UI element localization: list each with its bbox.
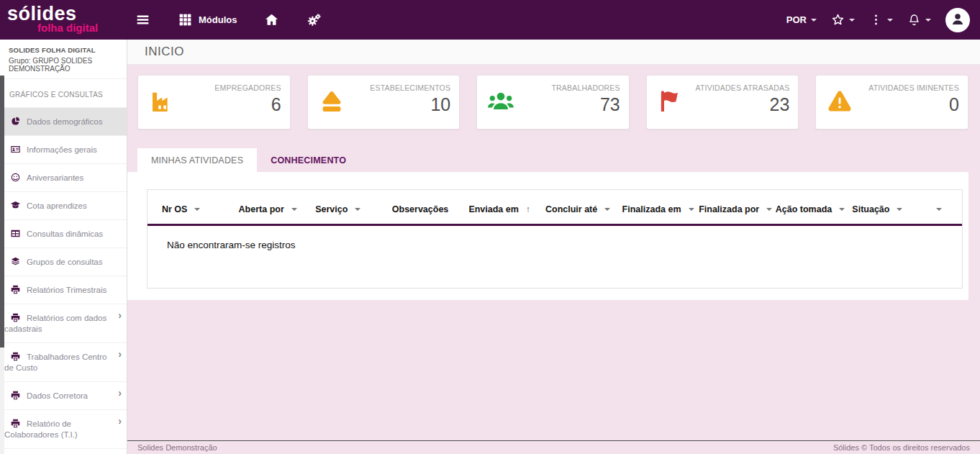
sidebar-scrollbar-thumb[interactable] (0, 76, 4, 348)
empty-table-message: Não encontraram-se registros (148, 226, 962, 281)
printer-icon (10, 351, 21, 362)
column-header[interactable]: Concluir até (545, 204, 622, 214)
language-selector[interactable]: POR (786, 14, 817, 25)
stat-card: EMPREGADORES 6 (137, 75, 291, 130)
sort-indicator-icon[interactable] (936, 208, 942, 211)
page-title: INICIO (145, 45, 184, 59)
stat-card: ATIVIDADES IMINENTES 0 (815, 75, 968, 130)
chevron-down-icon (887, 19, 893, 22)
printer-icon (10, 418, 21, 429)
star-icon (831, 13, 845, 27)
stat-card-value: 0 (853, 94, 959, 115)
modules-button[interactable]: Módulos (178, 12, 237, 27)
stat-cards-row: EMPREGADORES 6 ESTABELECIMENTOS 10 TRABA… (127, 65, 980, 139)
sort-indicator-icon[interactable] (897, 208, 902, 211)
column-header-label: Serviço (315, 204, 348, 214)
sidebar-item[interactable]: Cota aprendizes › (0, 192, 127, 220)
stat-card-label: EMPREGADORES (176, 83, 281, 92)
sidebar-item-label: Grupos de consultas (27, 258, 102, 266)
sidebar-item[interactable]: Consultas dinâmicas › (0, 220, 127, 248)
sidebar-item-label: Consultas dinâmicas (27, 230, 103, 238)
sort-indicator-icon[interactable] (689, 208, 694, 211)
sort-indicator-icon[interactable] (194, 208, 200, 211)
more-options-button[interactable] (869, 13, 893, 27)
favorites-button[interactable] (831, 13, 855, 27)
warning-icon (826, 88, 853, 115)
column-header[interactable]: Ação tomada (776, 204, 853, 214)
sort-indicator-icon[interactable] (355, 208, 360, 211)
column-header[interactable]: Situação (852, 204, 929, 214)
footer-company: Solides Demonstração (137, 443, 217, 452)
establishment-icon (318, 88, 345, 115)
column-header[interactable]: Aberta por (239, 204, 316, 214)
column-header[interactable]: Observações (392, 204, 469, 214)
column-header[interactable]: Nr OS (162, 204, 239, 214)
sidebar-item[interactable]: Trabalhadores Centro de Custo › (0, 343, 127, 382)
sidebar-app-title: SOLIDES FOLHA DIGITAL (9, 46, 121, 54)
stat-card: ESTABELECIMENTOS 10 (307, 75, 460, 130)
tab-minhas-atividades[interactable]: MINHAS ATIVIDADES (137, 148, 257, 172)
sidebar-item-label: Dados demográficos (27, 117, 102, 126)
main-content: INICIO EMPREGADORES 6 ESTABELECIMENTOS 1… (127, 40, 980, 454)
sidebar-item[interactable]: Grupos de consultas › (0, 248, 127, 276)
flag-icon (657, 88, 684, 115)
stat-card-value: 23 (684, 94, 790, 115)
column-header-label: Observações (392, 204, 449, 214)
printer-icon (10, 390, 21, 401)
chevron-right-icon: › (118, 416, 122, 427)
sidebar-item[interactable]: Relatórios Trimestrais › (0, 276, 127, 304)
person-icon (950, 11, 966, 29)
user-avatar[interactable] (945, 8, 970, 32)
chevron-right-icon: › (118, 388, 122, 399)
column-header[interactable]: Enviada em ↑ (468, 204, 545, 214)
chevron-down-icon (925, 19, 931, 22)
grid-icon (178, 12, 193, 27)
column-header-label: Nr OS (162, 204, 187, 214)
sidebar-item[interactable]: Dados demográficos › (0, 108, 127, 136)
sidebar-item-label: Cota aprendizes (27, 201, 87, 210)
column-header-label: Aberta por (239, 204, 284, 214)
column-header[interactable]: Finalizada por (699, 204, 776, 214)
column-header[interactable]: Serviço (315, 204, 392, 214)
column-header-label: Finalizada em (622, 204, 681, 214)
sidebar-item[interactable]: Relatórios com dados cadastrais › (0, 304, 127, 343)
printer-icon (10, 312, 21, 323)
gears-icon (307, 12, 322, 27)
sort-indicator-icon[interactable] (604, 208, 610, 211)
stat-card-value: 6 (176, 94, 281, 115)
stat-card-label: ATIVIDADES IMINENTES (853, 83, 959, 92)
language-label: POR (786, 14, 807, 25)
chevron-right-icon: › (118, 349, 122, 360)
sidebar-item[interactable]: Aniversariantes › (0, 164, 127, 192)
sidebar-item[interactable]: Dados Corretora › (0, 382, 127, 410)
footer: Solides Demonstração Sólides © Todos os … (127, 440, 980, 454)
tab-conhecimento[interactable]: CONHECIMENTO (257, 148, 360, 172)
chevron-right-icon: › (118, 310, 122, 321)
notifications-button[interactable] (907, 13, 931, 27)
bell-icon (907, 13, 921, 27)
sidebar-item[interactable]: Ficha › (0, 449, 127, 454)
stat-card-value: 73 (514, 94, 620, 115)
sidebar-item[interactable]: Relatório de Colaboradores (T.I.) › (0, 410, 127, 449)
column-header-label: Ação tomada (776, 204, 832, 214)
sidebar-toggle-button[interactable] (135, 12, 150, 27)
column-header[interactable]: Finalizada em (622, 204, 699, 214)
settings-button[interactable] (307, 12, 322, 27)
topbar-right: POR (786, 8, 980, 32)
logo-text: sólides (7, 4, 130, 23)
sidebar-item-label: Dados Corretora (27, 391, 88, 400)
kebab-icon (869, 13, 883, 27)
column-header-label: Finalizada por (699, 204, 759, 214)
sort-indicator-icon[interactable] (839, 208, 845, 211)
sidebar-item[interactable]: Informações gerais › (0, 136, 127, 164)
smiley-icon (10, 172, 21, 183)
home-icon (264, 12, 279, 27)
home-button[interactable] (264, 12, 279, 27)
sidebar: SOLIDES FOLHA DIGITAL Grupo: GRUPO SOLID… (0, 40, 127, 454)
sort-indicator-icon[interactable]: ↑ (526, 204, 530, 214)
column-header[interactable] (929, 208, 959, 211)
sort-indicator-icon[interactable] (291, 208, 297, 211)
app-logo[interactable]: sólides folha digital (0, 0, 130, 40)
sort-indicator-icon[interactable] (766, 208, 772, 211)
graduate-icon (10, 200, 21, 211)
